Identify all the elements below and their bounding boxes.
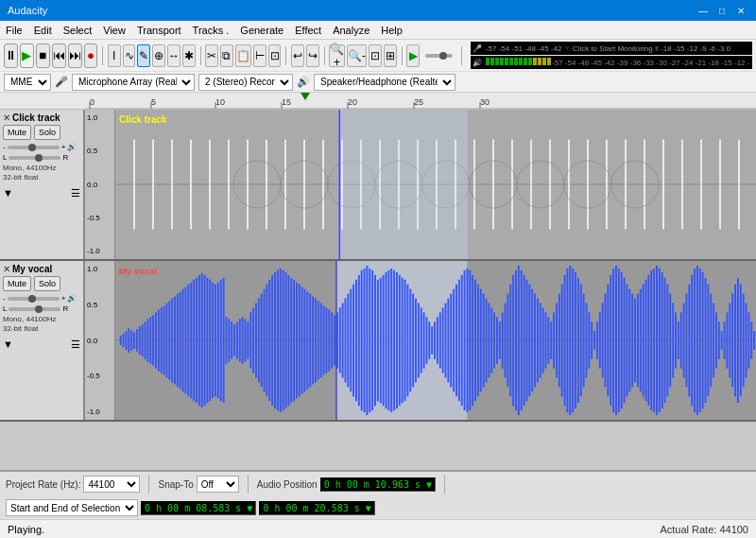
timeline-ruler[interactable]: 0 5 10 15 20 25 30 bbox=[0, 93, 756, 110]
svg-rect-219 bbox=[488, 303, 490, 377]
svg-rect-287 bbox=[672, 303, 674, 377]
pause-button[interactable]: ⏸ bbox=[4, 43, 18, 68]
svg-rect-96 bbox=[155, 312, 157, 368]
menu-edit[interactable]: Edit bbox=[28, 21, 58, 39]
menu-help[interactable]: Help bbox=[375, 21, 408, 39]
svg-rect-252 bbox=[577, 278, 579, 403]
timeshift-tool[interactable]: ↔ bbox=[167, 44, 180, 67]
project-rate-group: Project Rate (Hz): 44100 bbox=[6, 476, 140, 493]
speed-slider[interactable] bbox=[425, 54, 454, 58]
zoom-out-button[interactable]: 🔍- bbox=[347, 44, 367, 67]
zoom-in-button[interactable]: 🔍+ bbox=[329, 44, 345, 67]
svg-rect-307 bbox=[726, 312, 728, 368]
play-speed-button[interactable]: ▶ bbox=[406, 44, 420, 67]
zoom-tool[interactable]: ⊕ bbox=[152, 44, 165, 67]
redo-button[interactable]: ↪ bbox=[306, 44, 319, 67]
svg-rect-124 bbox=[231, 321, 232, 359]
zoom-fit-button[interactable]: ⊡ bbox=[369, 44, 382, 67]
zoom-fit-v-button[interactable]: ⊞ bbox=[384, 44, 397, 67]
click-track-pan-slider[interactable] bbox=[9, 156, 60, 160]
draw-tool[interactable]: ✎ bbox=[137, 44, 150, 67]
menu-analyze[interactable]: Analyze bbox=[327, 21, 375, 39]
svg-rect-107 bbox=[185, 287, 187, 394]
envelope-tool[interactable]: ∿ bbox=[123, 44, 136, 67]
svg-rect-299 bbox=[705, 278, 707, 403]
vocal-track-waveform[interactable]: 1.0 0.5 0.0 -0.5 -1.0 My vocal bbox=[85, 261, 756, 420]
svg-rect-308 bbox=[729, 303, 730, 377]
svg-rect-182 bbox=[387, 270, 389, 410]
click-track-mute[interactable]: Mute bbox=[3, 125, 31, 140]
play-button[interactable]: ▶ bbox=[20, 43, 34, 68]
svg-rect-140 bbox=[274, 272, 276, 408]
svg-rect-217 bbox=[483, 294, 485, 388]
menu-icon[interactable]: ☰ bbox=[71, 187, 80, 200]
vocal-track-gain-slider[interactable] bbox=[8, 297, 60, 301]
skip-start-button[interactable]: ⏮ bbox=[52, 43, 66, 68]
record-button[interactable]: ● bbox=[84, 43, 98, 68]
menu-generate[interactable]: Generate bbox=[234, 21, 289, 39]
stop-button[interactable]: ■ bbox=[36, 43, 50, 68]
host-select[interactable]: MME bbox=[4, 74, 51, 91]
maximize-button[interactable]: □ bbox=[714, 3, 730, 18]
svg-rect-165 bbox=[342, 303, 344, 377]
output-device-select[interactable]: Speaker/Headphone (Realte bbox=[314, 74, 455, 91]
click-track-solo[interactable]: Solo bbox=[34, 125, 60, 140]
click-track-waveform[interactable]: 1.0 0.5 0.0 -0.5 -1.0 Click track bbox=[85, 110, 756, 259]
multitool[interactable]: ✱ bbox=[182, 44, 196, 67]
audio-pos-label: Audio Position bbox=[257, 479, 318, 490]
menu-file[interactable]: File bbox=[0, 21, 28, 39]
menu-transport[interactable]: Transport bbox=[131, 21, 187, 39]
svg-rect-160 bbox=[328, 309, 330, 371]
svg-rect-273 bbox=[634, 299, 636, 383]
svg-rect-225 bbox=[505, 303, 507, 377]
svg-rect-129 bbox=[245, 319, 247, 361]
sel-type-select[interactable]: Start and End of Selection bbox=[6, 499, 138, 516]
input-device-select[interactable]: Microphone Array (Realtek bbox=[72, 74, 195, 91]
snap-to-select[interactable]: Off bbox=[197, 476, 239, 493]
transport-toolbar: ⏸ ▶ ■ ⏮ ⏭ ● I ∿ ✎ ⊕ ↔ ✱ ✂ ⧉ 📋 ⊢ ⊡ bbox=[0, 40, 756, 72]
click-track-name: Click track bbox=[12, 113, 80, 123]
svg-rect-207 bbox=[455, 285, 457, 397]
collapse-icon[interactable]: ▼ bbox=[3, 187, 13, 200]
menu-select[interactable]: Select bbox=[58, 21, 98, 39]
minimize-button[interactable]: — bbox=[696, 3, 711, 18]
project-rate-select[interactable]: 44100 bbox=[83, 476, 140, 493]
vocal-collapse-icon[interactable]: ▼ bbox=[3, 338, 13, 351]
undo-button[interactable]: ↩ bbox=[291, 44, 304, 67]
vocal-track-mute[interactable]: Mute bbox=[3, 276, 31, 291]
selection-tool[interactable]: I bbox=[108, 44, 121, 67]
svg-rect-196 bbox=[425, 317, 427, 363]
snap-to-group: Snap-To Off bbox=[158, 476, 238, 493]
svg-rect-150 bbox=[301, 287, 303, 394]
cut-button[interactable]: ✂ bbox=[205, 44, 218, 67]
svg-rect-254 bbox=[583, 294, 585, 388]
menu-view[interactable]: View bbox=[97, 21, 131, 39]
svg-rect-143 bbox=[283, 270, 284, 410]
bottom-sep3 bbox=[444, 475, 445, 494]
paste-button[interactable]: 📋 bbox=[235, 44, 251, 67]
channels-select[interactable]: 2 (Stereo) Recor bbox=[198, 74, 293, 91]
svg-rect-296 bbox=[696, 266, 698, 415]
click-track-close[interactable]: ✕ bbox=[3, 113, 10, 123]
output-meter-label: 🔊 bbox=[472, 59, 482, 67]
silence-button[interactable]: ⊡ bbox=[268, 44, 282, 67]
svg-rect-193 bbox=[418, 303, 420, 377]
audio-pos-value: 0 h 00 m 10.963 s ▼ bbox=[324, 479, 432, 490]
click-track-gain-slider[interactable] bbox=[8, 146, 60, 149]
svg-rect-167 bbox=[347, 294, 349, 388]
svg-rect-191 bbox=[412, 294, 414, 388]
vocal-track-solo[interactable]: Solo bbox=[34, 276, 60, 291]
close-button[interactable]: ✕ bbox=[733, 3, 748, 18]
svg-rect-264 bbox=[610, 275, 611, 406]
vocal-menu-icon[interactable]: ☰ bbox=[71, 338, 80, 351]
svg-rect-118 bbox=[215, 285, 216, 397]
copy-button[interactable]: ⧉ bbox=[220, 44, 233, 67]
svg-rect-235 bbox=[531, 289, 533, 392]
menu-tracks[interactable]: Tracks . bbox=[187, 21, 235, 39]
menu-effect[interactable]: Effect bbox=[289, 21, 327, 39]
vocal-track-pan-slider[interactable] bbox=[9, 307, 60, 311]
svg-rect-9 bbox=[528, 58, 532, 65]
trim-button[interactable]: ⊢ bbox=[253, 44, 266, 67]
vocal-track-close[interactable]: ✕ bbox=[3, 264, 10, 274]
skip-end-button[interactable]: ⏭ bbox=[68, 43, 82, 68]
